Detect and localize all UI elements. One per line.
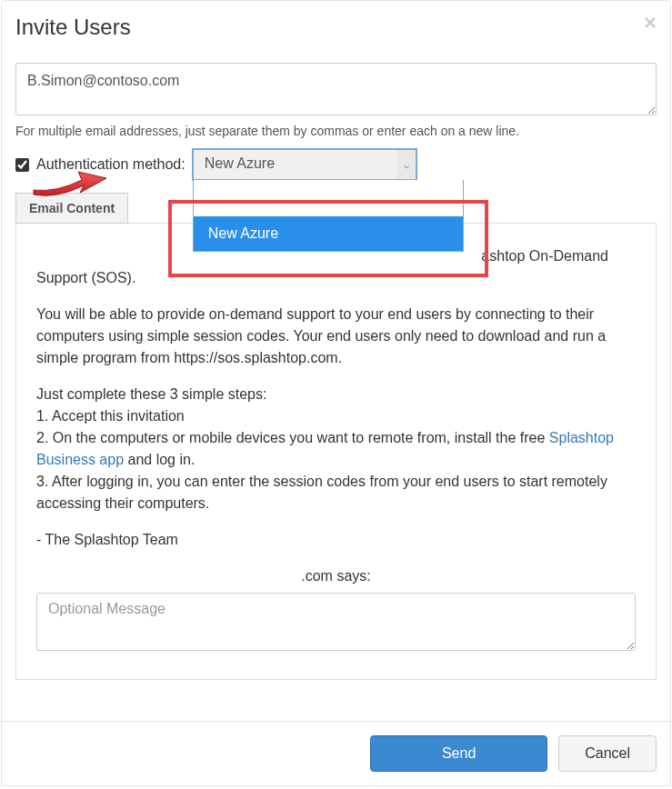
email-content-panel: ashtop On-Demand Support (SOS). You will… <box>15 223 657 680</box>
content-paragraph-2: You will be able to provide on-demand su… <box>36 304 636 369</box>
optional-message-input[interactable] <box>36 593 636 651</box>
auth-method-row: Authentication method: New Azure ⌵ New A… <box>15 149 657 180</box>
step-2a: 2. On the computers or mobile devices yo… <box>36 430 549 445</box>
steps-intro: Just complete these 3 simple steps: <box>36 384 636 405</box>
invite-users-modal: Invite Users × For multiple email addres… <box>1 0 671 786</box>
modal-header: Invite Users × <box>2 1 670 54</box>
cancel-button[interactable]: Cancel <box>558 735 657 772</box>
auth-method-label: Authentication method: <box>36 156 186 173</box>
steps-block: Just complete these 3 simple steps: 1. A… <box>36 384 636 514</box>
send-button[interactable]: Send <box>370 735 547 772</box>
step-2: 2. On the computers or mobile devices yo… <box>36 427 636 471</box>
com-says-label: .com says: <box>36 565 636 587</box>
auth-checkbox[interactable] <box>15 158 29 172</box>
step-1: 1. Accept this invitation <box>36 405 636 427</box>
modal-title: Invite Users <box>15 15 657 40</box>
email-input[interactable] <box>15 63 657 115</box>
content-line1b: Support (SOS). <box>36 267 636 289</box>
tab-email-content[interactable]: Email Content <box>15 193 128 224</box>
step-2b: and log in. <box>124 452 195 467</box>
signoff: - The Splashtop Team <box>36 529 636 551</box>
modal-body: For multiple email addresses, just separ… <box>2 54 670 694</box>
auth-dropdown-panel: New Azure <box>193 180 464 252</box>
dropdown-option-new-azure[interactable]: New Azure <box>194 216 463 251</box>
close-icon[interactable]: × <box>644 12 657 34</box>
email-helper-text: For multiple email addresses, just separ… <box>15 124 657 138</box>
auth-method-select[interactable]: New Azure <box>193 149 416 180</box>
step-3: 3. After logging in, you can enter the s… <box>36 471 636 514</box>
modal-footer: Send Cancel <box>2 721 670 785</box>
auth-select-wrapper: New Azure ⌵ New Azure <box>193 149 416 180</box>
